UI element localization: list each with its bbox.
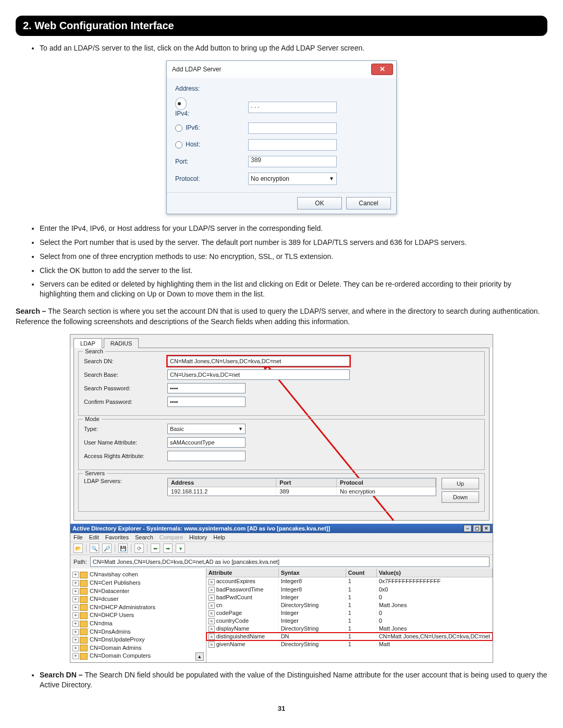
username-attr-input[interactable]: sAMAccountType (167, 437, 246, 448)
search-dn-input[interactable]: CN=Matt Jones,CN=Users,DC=kva,DC=net (167, 356, 350, 366)
tree-row[interactable]: +CN=DHCP Administrators (72, 603, 204, 612)
open-icon[interactable]: 📂 (74, 544, 83, 553)
attr-row[interactable]: acodePageInteger10 (206, 609, 493, 617)
confirm-password-input[interactable]: •••• (167, 397, 246, 407)
expand-icon[interactable]: + (72, 653, 79, 659)
ade-tree[interactable]: +CN=avishay cohen +CN=Cert Publishers +C… (70, 569, 206, 662)
folder-icon (80, 637, 88, 644)
back-icon[interactable]: ⬅ (151, 544, 160, 553)
tree-label: CN=DHCP Administrators (90, 604, 155, 610)
tree-label: CN=Cert Publishers (90, 579, 141, 586)
tree-row[interactable]: +CN=DnsAdmins (72, 628, 204, 636)
search-base-input[interactable]: CN=Users,DC=kva,DC=net (167, 369, 350, 380)
tree-row[interactable]: +CN=DnsUpdateProxy (72, 636, 204, 644)
group-mode: Mode Type: Basic ▼ User Name Attribute: … (78, 419, 485, 470)
attr-icon: a (209, 641, 215, 648)
menu-search[interactable]: Search (135, 534, 153, 540)
menu-edit[interactable]: Edit (89, 534, 99, 540)
attr-icon: a (209, 610, 215, 616)
address-label: Address: (175, 85, 248, 92)
maximize-icon[interactable]: ▢ (473, 525, 481, 532)
attr-row[interactable]: aaccountExpiresInteger810x7FFFFFFFFFFFFF… (206, 577, 493, 585)
col-attribute[interactable]: Attribute (206, 569, 279, 577)
tree-row[interactable]: +CN=Domain Computers ▲ (72, 652, 204, 660)
menu-compare: Compare (160, 534, 183, 540)
down-button[interactable]: Down (442, 491, 479, 503)
tree-row[interactable]: +CN=dma (72, 620, 204, 628)
close-icon[interactable]: ✕ (482, 525, 491, 532)
col-values[interactable]: Value(s) (377, 569, 493, 577)
ad-explorer-window: Active Directory Explorer - Sysinternals… (70, 524, 493, 662)
host-label: Host: (186, 141, 200, 148)
menu-favorites[interactable]: Favorites (105, 534, 129, 540)
menu-history[interactable]: History (189, 534, 207, 540)
expand-icon[interactable]: + (72, 621, 79, 627)
tree-label: CN=DnsUpdateProxy (90, 636, 144, 643)
save-icon[interactable]: 💾 (118, 544, 128, 553)
col-syntax[interactable]: Syntax (279, 569, 346, 577)
tree-row[interactable]: +CN=dcuser (72, 595, 204, 603)
dropdown-icon[interactable]: ▾ (176, 544, 185, 553)
cancel-button[interactable]: Cancel (346, 197, 391, 209)
search-icon[interactable]: 🔍 (90, 544, 99, 553)
expand-icon[interactable]: + (72, 604, 79, 611)
separator (147, 544, 148, 552)
menu-help[interactable]: Help (213, 534, 225, 540)
expand-icon[interactable]: + (72, 572, 79, 578)
attr-row[interactable]: adisplayNameDirectoryString1Matt Jones (206, 625, 493, 633)
attr-row[interactable]: acnDirectoryString1Matt Jones (206, 601, 493, 609)
ipv6-input[interactable] (248, 122, 337, 134)
up-button[interactable]: Up (442, 478, 479, 489)
dialog-titlebar: Add LDAP Server ✕ (167, 61, 396, 78)
search-paragraph: Search – The Search section is where you… (16, 306, 547, 327)
tree-row[interactable]: +CN=Domain Admins (72, 644, 204, 652)
scroll-up-icon[interactable]: ▲ (195, 652, 204, 661)
attr-row-highlighted[interactable]: adistinguishedNameDN1CN=Matt Jones,CN=Us… (206, 633, 493, 640)
protocol-select[interactable]: No encryption ▼ (248, 172, 337, 185)
ldap-servers-table[interactable]: Address Port Protocol 192.168.111.2 389 … (167, 478, 436, 496)
menu-file[interactable]: File (74, 534, 83, 540)
path-input[interactable]: CN=Matt Jones,CN=Users,DC=kva,DC=net,AD … (90, 557, 489, 567)
port-input[interactable]: 389 (248, 156, 337, 167)
close-icon[interactable]: ✕ (371, 64, 393, 75)
minimize-icon[interactable]: – (463, 525, 472, 532)
table-header: Address Port Protocol (168, 478, 436, 487)
tab-radius[interactable]: RADIUS (104, 338, 139, 348)
attr-icon: a (209, 587, 215, 593)
separator (86, 544, 87, 552)
ipv4-option[interactable]: IPv4: (175, 97, 248, 117)
expand-icon[interactable]: + (72, 612, 79, 619)
ipv6-option[interactable]: IPv6: (175, 124, 248, 132)
access-rights-attr-input[interactable] (167, 451, 246, 461)
tree-row[interactable]: +CN=Cert Publishers (72, 579, 204, 587)
attr-row[interactable]: abadPwdCountInteger10 (206, 594, 493, 601)
tree-row[interactable]: +CN=Datacenter (72, 587, 204, 596)
col-count[interactable]: Count (346, 569, 377, 577)
dialog-screenshot-wrap: Add LDAP Server ✕ Address: IPv4: . . . I… (16, 60, 547, 214)
host-input[interactable] (248, 139, 337, 151)
expand-icon[interactable]: + (72, 596, 79, 602)
attr-row[interactable]: agivenNameDirectoryString1Matt (206, 640, 493, 648)
ipv4-input[interactable]: . . . (248, 102, 337, 113)
access-rights-attr-label: Access Rights Attribute: (84, 453, 167, 459)
expand-icon[interactable]: + (72, 645, 79, 651)
find-icon[interactable]: 🔎 (102, 544, 112, 553)
refresh-icon[interactable]: ⟳ (134, 544, 144, 553)
expand-icon[interactable]: + (72, 629, 79, 635)
tree-row[interactable]: +CN=DHCP Users (72, 611, 204, 620)
expand-icon[interactable]: + (72, 580, 79, 586)
tab-ldap[interactable]: LDAP (74, 338, 102, 348)
expand-icon[interactable]: + (72, 637, 79, 643)
tree-row[interactable]: +CN=avishay cohen (72, 571, 204, 579)
ok-button[interactable]: OK (297, 197, 342, 209)
table-row[interactable]: 192.168.111.2 389 No encryption (168, 487, 436, 496)
expand-icon[interactable]: + (72, 588, 79, 595)
search-password-input[interactable]: •••• (167, 383, 246, 393)
attr-row[interactable]: abadPasswordTimeInteger810x0 (206, 586, 493, 594)
forward-icon[interactable]: ➡ (163, 544, 173, 553)
host-option[interactable]: Host: (175, 141, 248, 149)
cell-address: 192.168.111.2 (168, 487, 276, 496)
type-select[interactable]: Basic ▼ (167, 424, 246, 434)
search-dn-label: Search DN: (84, 358, 167, 364)
attr-row[interactable]: acountryCodeInteger10 (206, 617, 493, 625)
